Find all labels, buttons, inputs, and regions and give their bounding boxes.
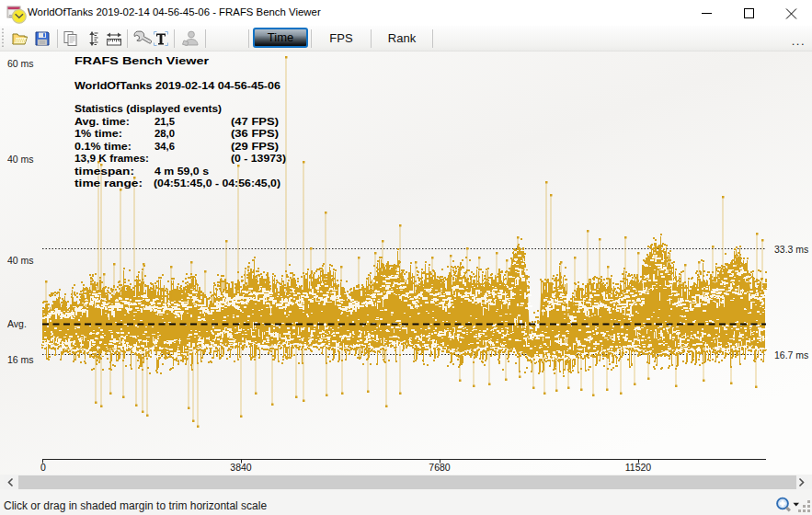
svg-text:(47 FPS): (47 FPS)	[231, 116, 279, 127]
svg-text:60 ms: 60 ms	[7, 58, 34, 69]
svg-text:(36 FPS): (36 FPS)	[231, 128, 279, 139]
svg-text:Avg. time:: Avg. time:	[74, 116, 130, 127]
svg-text:7680: 7680	[429, 462, 451, 473]
svg-text:(29 FPS): (29 FPS)	[231, 141, 279, 152]
svg-text:Avg.: Avg.	[7, 318, 27, 329]
svg-text:34,6: 34,6	[154, 141, 175, 152]
svg-text:FRAFS Bench Viewer: FRAFS Bench Viewer	[74, 55, 210, 66]
svg-text:40 ms: 40 ms	[7, 154, 34, 165]
svg-text:3840: 3840	[230, 462, 252, 473]
svg-text:1% time:: 1% time:	[74, 128, 122, 139]
svg-text:(04:51:45,0 - 04:56:45,0): (04:51:45,0 - 04:56:45,0)	[154, 177, 280, 189]
svg-text:timespan:: timespan:	[74, 166, 134, 177]
svg-text:28,0: 28,0	[154, 128, 175, 139]
svg-text:WorldOfTanks 2019-02-14 04-56-: WorldOfTanks 2019-02-14 04-56-45-06	[74, 80, 280, 91]
svg-text:(0 - 13973): (0 - 13973)	[231, 153, 286, 164]
svg-text:0: 0	[40, 462, 46, 473]
svg-text:Statistics (displayed events): Statistics (displayed events)	[74, 103, 222, 114]
svg-text:16 ms: 16 ms	[7, 354, 34, 365]
svg-text:13,9 K frames:: 13,9 K frames:	[74, 153, 149, 164]
svg-text:4 m 59,0 s: 4 m 59,0 s	[154, 166, 209, 177]
svg-text:21,5: 21,5	[154, 116, 176, 127]
svg-text:16.7 ms: 16.7 ms	[774, 349, 808, 360]
svg-text:time range:: time range:	[74, 177, 143, 189]
svg-text:0.1% time:: 0.1% time:	[74, 141, 132, 152]
svg-text:33.3 ms: 33.3 ms	[774, 244, 808, 255]
svg-text:11520: 11520	[625, 462, 652, 473]
svg-text:40 ms: 40 ms	[7, 255, 34, 266]
